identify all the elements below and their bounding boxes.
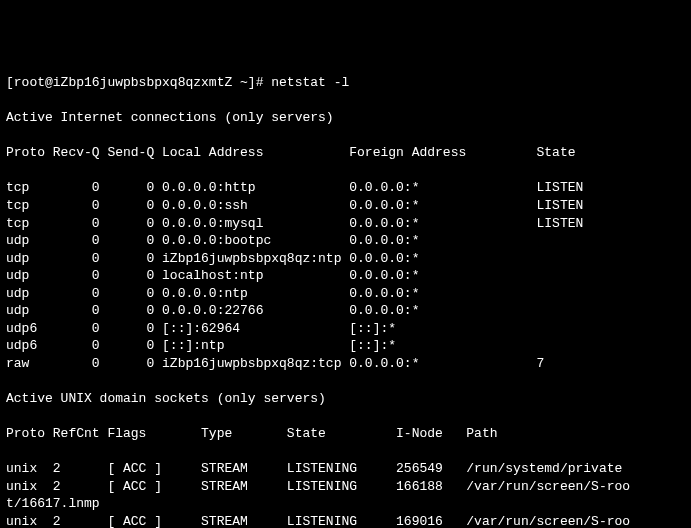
inet-row: udp6 0 0 [::]:ntp [::]:*	[6, 337, 685, 355]
inet-row: tcp 0 0 0.0.0.0:mysql 0.0.0.0:* LISTEN	[6, 215, 685, 233]
shell-prompt: [root@iZbp16juwpbsbpxq8qzxmtZ ~]#	[6, 75, 271, 90]
inet-row: tcp 0 0 0.0.0.0:http 0.0.0.0:* LISTEN	[6, 179, 685, 197]
inet-row: udp 0 0 localhost:ntp 0.0.0.0:*	[6, 267, 685, 285]
inet-column-headers: Proto Recv-Q Send-Q Local Address Foreig…	[6, 144, 685, 162]
unix-row: unix 2 [ ACC ] STREAM LISTENING 166188 /…	[6, 478, 685, 496]
inet-row: raw 0 0 iZbp16juwpbsbpxq8qz:tcp 0.0.0.0:…	[6, 355, 685, 373]
inet-row: tcp 0 0 0.0.0.0:ssh 0.0.0.0:* LISTEN	[6, 197, 685, 215]
inet-connections-table: tcp 0 0 0.0.0.0:http 0.0.0.0:* LISTEN tc…	[6, 179, 685, 372]
entered-command: netstat -l	[271, 75, 349, 90]
inet-row: udp 0 0 0.0.0.0:bootpc 0.0.0.0:*	[6, 232, 685, 250]
unix-row: t/16617.lnmp	[6, 495, 685, 513]
inet-row: udp 0 0 0.0.0.0:22766 0.0.0.0:*	[6, 302, 685, 320]
unix-row: unix 2 [ ACC ] STREAM LISTENING 256549 /…	[6, 460, 685, 478]
section-header-unix: Active UNIX domain sockets (only servers…	[6, 390, 685, 408]
unix-row: unix 2 [ ACC ] STREAM LISTENING 169016 /…	[6, 513, 685, 528]
unix-column-headers: Proto RefCnt Flags Type State I-Node Pat…	[6, 425, 685, 443]
inet-row: udp6 0 0 [::]:62964 [::]:*	[6, 320, 685, 338]
inet-row: udp 0 0 0.0.0.0:ntp 0.0.0.0:*	[6, 285, 685, 303]
inet-row: udp 0 0 iZbp16juwpbsbpxq8qz:ntp 0.0.0.0:…	[6, 250, 685, 268]
command-line[interactable]: [root@iZbp16juwpbsbpxq8qzxmtZ ~]# netsta…	[6, 74, 685, 92]
section-header-inet: Active Internet connections (only server…	[6, 109, 685, 127]
unix-sockets-table: unix 2 [ ACC ] STREAM LISTENING 256549 /…	[6, 460, 685, 528]
